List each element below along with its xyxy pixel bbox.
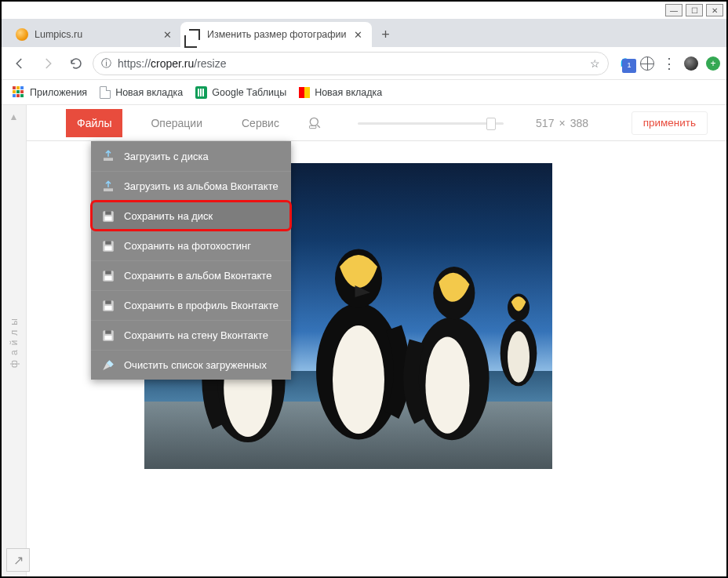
orange-icon — [16, 28, 28, 41]
site-info-icon[interactable]: ⓘ — [101, 56, 111, 71]
extension-icons: 1 ⋮ + — [613, 56, 720, 71]
menu-save-to-vk-album[interactable]: Сохранить в альбом Вконтакте — [91, 260, 291, 290]
menu-operations[interactable]: Операции — [140, 109, 213, 137]
profile-avatar[interactable] — [684, 56, 698, 71]
badge-count: 1 — [622, 59, 636, 73]
arrow-left-icon — [13, 56, 27, 71]
files-dropdown: Загрузить с диска Загрузить из альбома В… — [91, 141, 291, 380]
height-input[interactable] — [570, 117, 603, 129]
apps-shortcut[interactable]: Приложения — [13, 86, 87, 99]
menu-upload-from-vk-album[interactable]: Загрузить из альбома Вконтакте — [91, 171, 291, 201]
svg-rect-16 — [105, 300, 111, 304]
browser-window: — ☐ ✕ Lumpics.ru ✕ Изменить размер фотог… — [0, 0, 728, 578]
window-titlebar: — ☐ ✕ — [2, 2, 726, 19]
app-menubar: Файлы Операции Сервис × применить — [27, 105, 726, 141]
menu-clear-uploaded-list[interactable]: Очистить список загруженных — [91, 350, 291, 380]
menu-save-to-vk-wall[interactable]: Сохранить на стену Вконтакте — [91, 320, 291, 350]
svg-point-28 — [426, 336, 470, 433]
arrow-right-icon — [41, 56, 55, 71]
chevron-up-icon[interactable]: ▲ — [9, 111, 19, 122]
side-panel-label: файлы — [9, 314, 20, 368]
back-button[interactable] — [8, 52, 31, 75]
svg-rect-19 — [105, 330, 111, 334]
svg-point-2 — [311, 118, 318, 125]
svg-rect-13 — [105, 271, 111, 274]
upload-icon — [100, 148, 116, 164]
window-minimize-button[interactable]: — — [665, 4, 682, 16]
penguin-graphic — [491, 280, 552, 390]
zoom-tool-icon[interactable] — [308, 115, 323, 132]
size-slider[interactable] — [358, 121, 504, 125]
svg-rect-20 — [105, 336, 112, 340]
external-link-icon: ↗ — [13, 553, 24, 568]
close-icon[interactable]: ✕ — [353, 29, 364, 40]
apply-button[interactable]: применить — [632, 111, 708, 135]
menu-save-to-vk-profile[interactable]: Сохранить в профиль Вконтакте — [91, 290, 291, 320]
side-panel[interactable]: ▲ файлы ▼ — [2, 105, 27, 576]
bookmark-item[interactable]: Новая вкладка — [299, 87, 382, 98]
ghostery-icon[interactable]: 1 — [618, 56, 632, 71]
floppy-icon — [100, 328, 116, 344]
upload-icon — [100, 179, 116, 194]
window-close-button[interactable]: ✕ — [706, 4, 723, 16]
floppy-icon — [100, 238, 116, 254]
close-icon[interactable]: ✕ — [162, 29, 173, 40]
tab-title: Изменить размер фотографии — [207, 29, 347, 40]
floppy-icon — [100, 209, 116, 224]
nav-toolbar: ⓘ https://croper.ru/resize ☆ 1 ⋮ + — [2, 47, 726, 80]
svg-rect-7 — [105, 211, 111, 215]
extension-plus-icon[interactable]: + — [706, 56, 720, 71]
document-icon — [100, 86, 111, 99]
svg-rect-3 — [310, 125, 316, 128]
slider-thumb[interactable] — [486, 118, 496, 130]
bookmarks-bar: Приложения Новая вкладка Google Таблицы … — [2, 80, 726, 105]
dimensions-display: × — [521, 117, 602, 129]
svg-rect-14 — [105, 276, 112, 280]
svg-point-25 — [333, 325, 384, 434]
width-input[interactable] — [521, 117, 554, 129]
page-content: ▲ файлы ▼ Файлы Операции Сервис × — [2, 105, 726, 576]
crop-icon — [188, 28, 201, 41]
svg-point-31 — [508, 331, 530, 382]
url-bar[interactable]: ⓘ https://croper.ru/resize ☆ — [93, 52, 609, 75]
yandex-icon — [299, 87, 310, 98]
new-tab-button[interactable]: + — [375, 24, 397, 45]
tab-strip: Lumpics.ru ✕ Изменить размер фотографии … — [2, 19, 726, 47]
svg-rect-4 — [104, 158, 113, 161]
reload-button[interactable] — [64, 52, 88, 75]
floppy-icon — [100, 298, 116, 314]
menu-dots-icon[interactable]: ⋮ — [662, 56, 676, 71]
menu-service[interactable]: Сервис — [231, 109, 290, 137]
svg-rect-11 — [105, 246, 112, 250]
tab-title: Lumpics.ru — [35, 29, 155, 40]
broom-icon — [100, 358, 116, 373]
menu-save-to-photohosting[interactable]: Сохранить на фотохостинг — [91, 231, 291, 260]
menu-save-to-disk[interactable]: Сохранить на диск — [91, 201, 291, 231]
svg-rect-8 — [105, 216, 112, 220]
floppy-icon — [100, 268, 116, 284]
svg-rect-17 — [105, 306, 112, 310]
menu-files[interactable]: Файлы — [66, 109, 122, 137]
url-text: https://croper.ru/resize — [118, 57, 227, 70]
bookmark-item[interactable]: Google Таблицы — [195, 86, 286, 99]
menu-upload-from-disk[interactable]: Загрузить с диска — [91, 141, 291, 171]
window-maximize-button[interactable]: ☐ — [686, 4, 703, 16]
external-link-button[interactable]: ↗ — [6, 548, 30, 572]
tab-croper-resize[interactable]: Изменить размер фотографии ✕ — [180, 22, 372, 47]
apps-icon — [13, 86, 25, 99]
reload-icon — [69, 56, 83, 71]
app-content: Файлы Операции Сервис × применить — [27, 105, 726, 576]
tab-lumpics[interactable]: Lumpics.ru ✕ — [8, 22, 180, 47]
bookmark-item[interactable]: Новая вкладка — [100, 86, 183, 99]
globe-icon[interactable] — [640, 56, 654, 71]
forward-button[interactable] — [36, 52, 60, 75]
svg-rect-5 — [104, 188, 113, 191]
svg-rect-10 — [105, 241, 111, 245]
bookmark-star-icon[interactable]: ☆ — [590, 57, 600, 70]
sheets-icon — [195, 86, 207, 99]
